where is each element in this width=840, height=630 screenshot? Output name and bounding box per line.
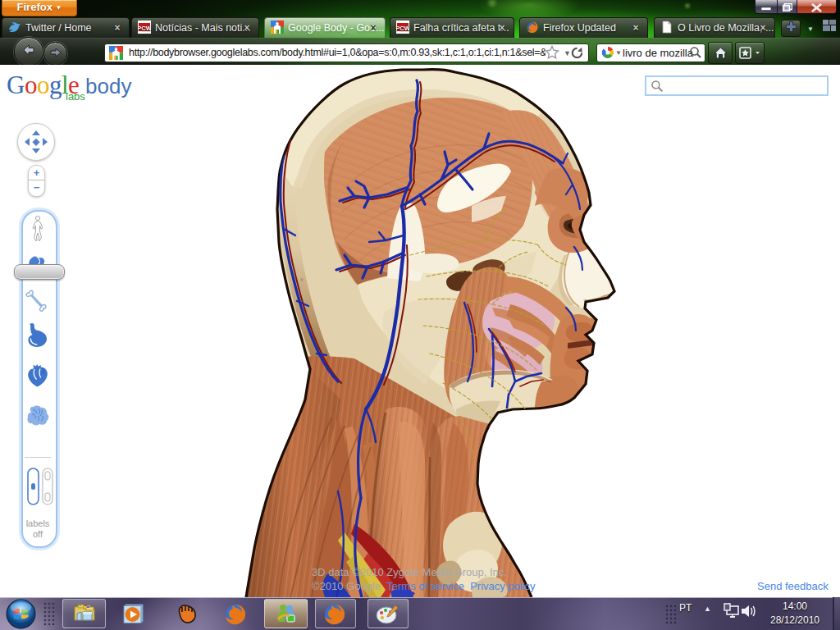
svg-text:PCW: PCW xyxy=(138,25,151,32)
svg-text:PCW: PCW xyxy=(396,25,409,32)
